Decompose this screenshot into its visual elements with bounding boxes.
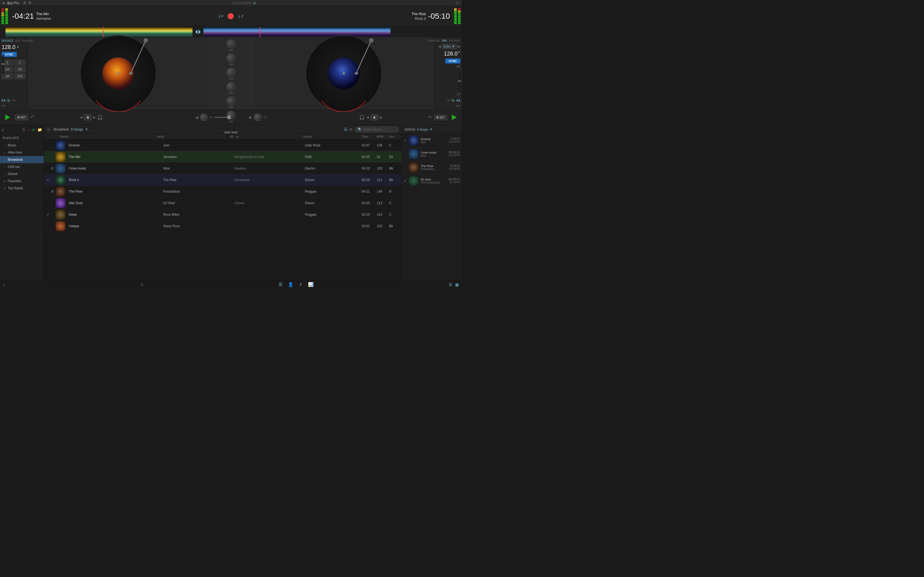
apple-music-icon[interactable]: ♪ bbox=[28, 127, 30, 132]
right-loop-prev[interactable]: ◀ bbox=[366, 115, 369, 119]
search-box[interactable]: 🔍 Search Music bbox=[355, 126, 399, 132]
instant-tab-right[interactable]: INSTANT bbox=[449, 39, 460, 42]
table-row[interactable]: The Mix Jermaine Dangerously In Love R&B… bbox=[44, 151, 402, 163]
sidebar-item-music[interactable]: ♪ Music bbox=[0, 142, 44, 149]
table-row[interactable]: Unique Stacy Rock 03:51 102 Bb bbox=[44, 220, 402, 232]
center-prev[interactable]: ◀ bbox=[195, 115, 198, 119]
left-fx-label[interactable]: FX bbox=[2, 99, 5, 102]
spotify-icon[interactable]: ⊙ bbox=[32, 127, 35, 132]
right-sync-button[interactable]: SYNC bbox=[445, 58, 460, 63]
right-fader-handle[interactable] bbox=[231, 131, 237, 134]
left-headphone-icon[interactable]: 🎧 bbox=[97, 115, 103, 120]
loop-btn-1-8[interactable]: 1/8 bbox=[2, 73, 13, 79]
knob-top-left[interactable] bbox=[226, 39, 236, 48]
left-set-button[interactable]: SET bbox=[15, 114, 28, 120]
right-headphone-icon[interactable]: 🎧 bbox=[359, 115, 365, 120]
left-loop-next[interactable]: ▶ bbox=[93, 115, 96, 119]
left-loop-icon[interactable]: ↻ bbox=[7, 98, 10, 103]
right-bpm-chevron[interactable]: ▼ bbox=[457, 50, 460, 57]
col-header-artist[interactable]: Artist bbox=[157, 135, 230, 138]
queue-count[interactable]: 4 Songs bbox=[417, 128, 428, 131]
left-transport-undo[interactable]: ↶ bbox=[30, 114, 34, 120]
sidebar-item-afterhour[interactable]: ♪ After-hour bbox=[0, 149, 44, 156]
left-loop-counter[interactable]: 4 bbox=[84, 114, 92, 120]
hamburger-icon[interactable]: ☰ bbox=[47, 127, 50, 132]
queue-item[interactable]: ✓ Groove Joel C 02:47 138 BPM bbox=[402, 134, 462, 147]
right-play-button[interactable] bbox=[449, 112, 459, 122]
knob-top-right[interactable] bbox=[226, 53, 236, 62]
left-loop-prev[interactable]: ◀ bbox=[80, 115, 82, 119]
waveform-center[interactable] bbox=[192, 29, 204, 35]
right-transport-undo[interactable]: ↷ bbox=[428, 114, 432, 120]
col-header-bpm[interactable]: BPM bbox=[377, 135, 389, 138]
folder-icon[interactable]: 📁 bbox=[37, 127, 42, 132]
left-pitch-handle[interactable] bbox=[1, 63, 5, 65]
status-person-icon[interactable]: 👤 bbox=[288, 282, 293, 287]
menu-icon[interactable]: ☰ bbox=[23, 1, 26, 5]
window-grid-icon[interactable]: ⊞ bbox=[456, 1, 459, 5]
grid-view-icon[interactable]: ⊞ bbox=[349, 127, 352, 132]
pad-tab-right[interactable]: PAD bbox=[442, 39, 447, 42]
right-loop-counter[interactable]: 4 bbox=[370, 114, 378, 120]
queue-dropdown-icon[interactable]: ▼ bbox=[430, 128, 433, 131]
col-header-key[interactable]: Key bbox=[389, 135, 399, 138]
pad-tab-left[interactable]: PAD bbox=[15, 39, 21, 42]
status-list2-icon[interactable]: ☰ bbox=[449, 282, 452, 287]
left-turntable[interactable] bbox=[80, 35, 157, 112]
queue-item[interactable]: ✓ I love music Moe Bb 04:10 129 BPM bbox=[402, 147, 462, 161]
songs-count-label[interactable]: 9 Songs bbox=[71, 127, 83, 131]
sidebar-item-breakbeat[interactable]: ♪ Breakbeat bbox=[0, 156, 44, 163]
center-knob-2[interactable] bbox=[254, 113, 262, 121]
right-pitch-slider[interactable] bbox=[459, 72, 460, 91]
queue-item[interactable]: ✓ The Flow Fourtastica B 04:21 149 BPM bbox=[402, 161, 462, 174]
knob-mid-left[interactable] bbox=[226, 68, 236, 77]
right-undo-icon[interactable]: ↷ bbox=[447, 98, 450, 103]
right-turntable[interactable] bbox=[305, 35, 382, 112]
right-bpm-arrow-left[interactable]: ◀ bbox=[438, 45, 441, 48]
record-button[interactable] bbox=[228, 13, 234, 19]
left-pitch-slider[interactable] bbox=[2, 55, 4, 74]
col-header-genre[interactable]: Genre bbox=[303, 135, 362, 138]
status-queue-icon[interactable]: ☰ bbox=[141, 283, 144, 287]
left-play-button[interactable] bbox=[3, 112, 13, 122]
col-header-name[interactable]: Name bbox=[60, 135, 157, 138]
right-loop-icon[interactable]: ↻ bbox=[452, 98, 455, 103]
left-undo-icon[interactable]: ↷ bbox=[12, 98, 15, 103]
col-header-time[interactable]: Time bbox=[362, 135, 377, 138]
songs-dropdown-icon[interactable]: ▼ bbox=[85, 128, 88, 131]
sidebar-item-chillout[interactable]: ♪ Chill out bbox=[0, 163, 44, 170]
center-next[interactable]: ▶ bbox=[249, 115, 252, 119]
table-row[interactable]: ✓ Rock it The Rise Homework Dance 05:29 … bbox=[44, 174, 402, 186]
center-knob[interactable] bbox=[200, 113, 208, 121]
status-music-icon[interactable]: ♪ bbox=[3, 282, 5, 287]
sidebar-item-detroit[interactable]: ♪ Detroit bbox=[0, 170, 44, 177]
right-fx-label[interactable]: FX bbox=[457, 99, 460, 102]
right-set-button[interactable]: SET bbox=[434, 114, 447, 120]
table-row[interactable]: Star Dust DJ Starr Classic Dance 04:25 1… bbox=[44, 197, 402, 209]
loop-btn-1-2[interactable]: 1/2 bbox=[14, 66, 26, 72]
loop-btn-1-16[interactable]: 1/16 bbox=[14, 73, 26, 79]
loop-btn-1[interactable]: 1 bbox=[14, 60, 26, 65]
col-header-album[interactable]: Album bbox=[230, 135, 303, 138]
knob-bot-left[interactable] bbox=[226, 97, 236, 105]
status-bars-icon[interactable]: ▦ bbox=[455, 282, 459, 287]
list-icon[interactable]: ☰ bbox=[22, 127, 26, 132]
left-bpm-arrow[interactable]: ▼ bbox=[16, 46, 19, 48]
right-bpm-arrow-right[interactable]: ▶ bbox=[458, 45, 460, 48]
right-pitch-handle[interactable] bbox=[457, 80, 462, 82]
menu-icon2[interactable]: ☰ bbox=[28, 1, 31, 5]
list-view-icon[interactable]: ☰ bbox=[344, 127, 347, 132]
table-row[interactable]: ✓ Deep Rock Miles Reggae 03:15 124 C bbox=[44, 209, 402, 220]
bounce-tab[interactable]: BOUNCE bbox=[2, 39, 13, 42]
right-loop-next[interactable]: ▶ bbox=[380, 115, 382, 119]
status-list-icon[interactable]: ☰ bbox=[279, 282, 283, 287]
right-effect-select[interactable]: Echo ▼ bbox=[442, 44, 457, 49]
left-fader-handle[interactable] bbox=[225, 131, 231, 134]
sidebar-item-toprated[interactable]: ★ Top Rated bbox=[0, 185, 44, 192]
sidebar-item-favorites[interactable]: ★ Favorites bbox=[0, 177, 44, 185]
table-row[interactable]: ☰ The Flow Fourtastica Reggae 04:21 149 … bbox=[44, 186, 402, 197]
queue-item[interactable]: ✓ It's time The Fourtastica Gb 03:37 87 … bbox=[402, 174, 462, 188]
status-upload-icon[interactable]: ⬆ bbox=[299, 282, 302, 287]
status-chart-icon[interactable]: 📊 bbox=[308, 282, 313, 287]
table-row[interactable]: Groove Joel Indie Rock 02:47 138 C bbox=[44, 140, 402, 151]
